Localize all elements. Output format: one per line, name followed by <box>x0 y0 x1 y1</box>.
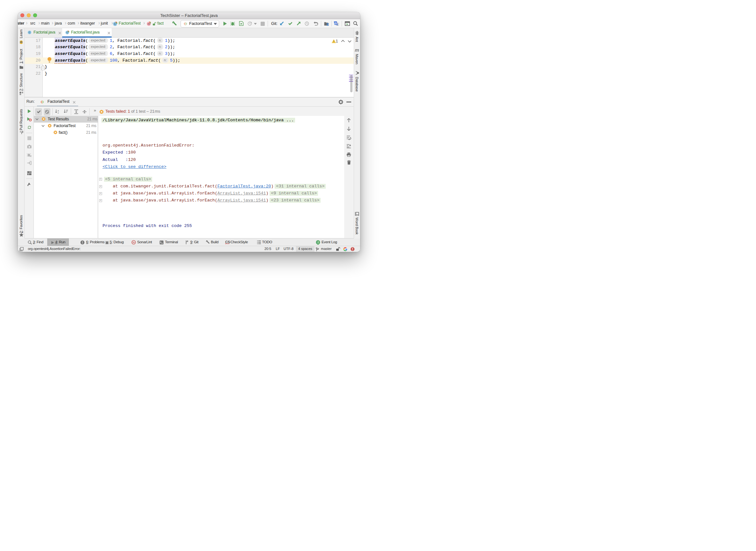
svg-text:G: G <box>335 21 337 25</box>
svg-text:z: z <box>57 112 59 114</box>
svg-text:2: 2 <box>317 241 319 244</box>
svg-text:a: a <box>57 109 59 112</box>
svg-text:9: 9 <box>30 118 31 122</box>
